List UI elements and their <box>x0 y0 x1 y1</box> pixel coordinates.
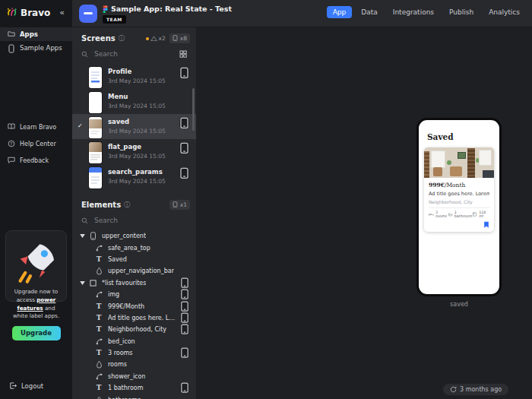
element-tree-row[interactable]: upper_navigation_bar <box>72 265 196 277</box>
sidebar-item-feedback[interactable]: Feedback <box>0 152 72 169</box>
device-badge-icon[interactable] <box>180 384 189 393</box>
device-badge-icon[interactable] <box>180 278 189 287</box>
elements-header: Elements ⓘ x1 <box>72 194 196 213</box>
tab-data[interactable]: Data <box>355 6 384 18</box>
device-badge-icon[interactable] <box>179 118 189 128</box>
screens-scrollbar[interactable] <box>192 88 195 131</box>
area-icon <box>472 212 477 217</box>
app-icon[interactable] <box>79 5 97 23</box>
element-tree-row[interactable]: rooms <box>72 359 196 370</box>
screen-info: Profile 3rd May 2024 15:05 <box>108 67 190 89</box>
sidebar-item-label: Sample Apps <box>20 44 62 52</box>
phone-preview[interactable]: Saved 999€/Month Ad title goes here. Lor… <box>416 118 502 296</box>
element-label: rooms <box>108 361 127 368</box>
element-tree-row[interactable]: T Ad title goes here. Lor... <box>72 312 196 324</box>
element-tree-row[interactable]: T 1 bathroom <box>72 382 196 394</box>
listing-card: 999€/Month Ad title goes here. Lorem ips… <box>424 147 494 232</box>
element-tree-row[interactable]: safe_area_top <box>72 242 196 253</box>
search-icon <box>81 217 88 224</box>
grid-view-icon[interactable] <box>179 50 187 58</box>
device-badge-icon[interactable] <box>179 68 189 78</box>
info-icon[interactable]: ⓘ <box>124 201 130 209</box>
brand-name: Bravo <box>21 8 59 18</box>
device-badge-icon[interactable] <box>179 168 189 178</box>
element-tree-row[interactable]: img <box>72 289 196 300</box>
svg-text:?: ? <box>11 141 13 146</box>
drop-icon <box>95 396 103 399</box>
phone-screen-name: saved <box>416 301 502 308</box>
screens-device-count-badge[interactable]: x8 <box>169 33 190 43</box>
device-badge-icon[interactable] <box>180 348 189 357</box>
last-sync-status[interactable]: 3 months ago <box>443 384 508 395</box>
device-count: x1 <box>180 201 187 208</box>
elements-tree: upper_content safe_area_top T Saved uppe… <box>72 230 196 399</box>
screen-thumb <box>89 67 102 88</box>
screen-list-item[interactable]: ✓ Menu 3rd May 2024 15:05 <box>72 89 196 114</box>
element-tree-row[interactable]: bed_icon <box>72 336 196 347</box>
element-tree-row[interactable]: T Neighborhood, City <box>72 324 196 335</box>
device-badge-icon[interactable] <box>180 313 189 322</box>
team-badge: TEAM <box>103 15 126 24</box>
element-tree-row[interactable]: T 3 rooms <box>72 347 196 359</box>
screen-thumb <box>89 92 102 113</box>
screen-info: saved 3rd May 2024 15:05 <box>108 117 190 139</box>
tab-app[interactable]: App <box>327 6 353 18</box>
elements-search-row <box>81 214 187 226</box>
bookmark-icon[interactable] <box>483 221 489 228</box>
phone-screen-title: Saved <box>427 132 499 141</box>
sidebar-item-apps[interactable]: Apps <box>0 27 72 41</box>
element-tree-row[interactable]: T Saved <box>72 254 196 265</box>
screen-date: 3rd May 2024 15:05 <box>108 153 190 160</box>
text-icon: T <box>95 326 103 333</box>
elements-search-input[interactable] <box>93 216 187 225</box>
screen-list-item[interactable]: ✓ flat_page 3rd May 2024 15:05 <box>72 139 196 164</box>
device-badge-icon[interactable] <box>180 290 189 299</box>
element-tree-row[interactable]: bathrooms <box>72 394 196 399</box>
sidebar-item-help-center[interactable]: ? Help Center <box>0 135 72 152</box>
feature-label: 1 bathroom <box>454 211 472 218</box>
tab-publish[interactable]: Publish <box>443 6 480 18</box>
elements-device-count-badge[interactable]: x1 <box>169 200 190 210</box>
text-icon: T <box>95 256 103 263</box>
brand-row: Bravo « <box>0 0 72 18</box>
element-label: safe_area_top <box>108 245 150 252</box>
phone-icon <box>89 232 97 240</box>
device-badge-icon[interactable] <box>180 325 189 334</box>
feature-label: 118 m² <box>479 211 489 218</box>
info-icon[interactable]: ⓘ <box>119 34 125 43</box>
vector-icon <box>95 244 103 252</box>
element-tree-row[interactable]: T 999€/Month <box>72 300 196 312</box>
elements-title: Elements <box>81 201 121 209</box>
upgrade-button[interactable]: Upgrade <box>12 326 61 340</box>
screen-list-item[interactable]: ✓ search_params 3rd May 2024 15:05 <box>72 164 196 189</box>
element-label: bed_icon <box>108 338 135 345</box>
listing-photo <box>424 147 494 178</box>
device-badge-icon[interactable] <box>180 302 189 311</box>
screen-list-item[interactable]: ✓ Profile 3rd May 2024 15:05 <box>72 64 196 89</box>
card-feature: 3 rooms <box>429 211 448 218</box>
canvas[interactable]: Saved 999€/Month Ad title goes here. Lor… <box>196 27 532 399</box>
collapse-sidebar-icon[interactable]: « <box>59 8 66 17</box>
warnings-badge[interactable]: x2 <box>146 35 166 42</box>
upgrade-promo-card: Upgrade now to access power features and… <box>5 230 67 302</box>
device-badge-icon[interactable] <box>179 143 189 153</box>
drop-icon <box>95 267 103 275</box>
tab-analytics[interactable]: Analytics <box>483 6 526 18</box>
element-tree-row[interactable]: upper_content <box>72 230 196 242</box>
logout-button[interactable]: Logout <box>9 382 43 390</box>
tab-integrations[interactable]: Integrations <box>387 6 440 18</box>
sidebar-secondary-nav: Learn Bravo ? Help Center Feedback <box>0 119 72 169</box>
element-label: 1 bathroom <box>108 385 144 391</box>
caret-down-icon[interactable] <box>80 234 89 238</box>
caret-down-icon[interactable] <box>80 281 89 285</box>
sidebar-item-learn-bravo[interactable]: Learn Bravo <box>0 119 72 135</box>
sidebar-item-sample-apps[interactable]: Sample Apps <box>0 41 72 55</box>
screens-search-input[interactable] <box>93 49 179 59</box>
screen-list-item[interactable]: ✓ saved 3rd May 2024 15:05 <box>72 114 196 139</box>
screen-name: Menu <box>108 93 190 100</box>
element-tree-row[interactable]: shower_icon <box>72 371 196 382</box>
text-icon: T <box>95 385 103 391</box>
text-icon: T <box>95 303 103 310</box>
element-tree-row[interactable]: *list favourites <box>72 277 196 289</box>
phone-icon <box>8 44 15 52</box>
